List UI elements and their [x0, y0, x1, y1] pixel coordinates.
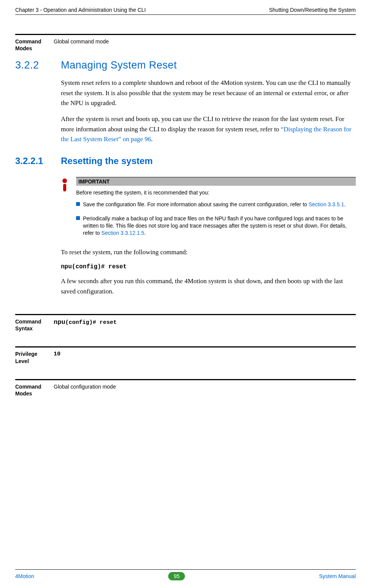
para2-text-b: . [151, 135, 153, 143]
section-number: 3.2.2 [15, 59, 61, 71]
command-modes-block-bottom: Command Modes Global configuration mode [15, 379, 356, 397]
page-header: Chapter 3 - Operation and Administration… [15, 7, 356, 15]
cmd-syntax-npu: npu [54, 319, 65, 326]
link-section-331215[interactable]: Section 3.3.12.1.5 [101, 230, 144, 236]
svg-point-0 [62, 178, 67, 183]
important-bullet-2: Periodically make a backup of log and tr… [76, 215, 356, 237]
cmd-value-modes-bottom: Global configuration mode [54, 380, 356, 397]
header-right: Shutting Down/Resetting the System [269, 7, 356, 13]
cmd-value-syntax: npu(config)# reset [54, 315, 356, 332]
bullet-square-icon [76, 216, 80, 220]
important-header: IMPORTANT [76, 177, 356, 186]
subsection-title: Resetting the system [61, 156, 356, 166]
page-number-badge: 95 [168, 572, 185, 580]
section-heading: 3.2.2 Managing System Reset [15, 59, 356, 71]
subsection-number: 3.2.2.1 [15, 156, 61, 166]
reset-command: npu(config)# reset [61, 263, 356, 270]
section-para-1: System reset refers to a complete shutdo… [61, 78, 356, 108]
cmd-syntax-rest: (config)# reset [65, 319, 117, 326]
command-modes-block-top: Command Modes Global command mode [15, 34, 356, 52]
subsection-heading: 3.2.2.1 Resetting the system [15, 156, 356, 166]
footer-left: 4Motion [15, 573, 34, 579]
important-intro: Before resetting the system, it is recom… [76, 186, 356, 201]
cmd-label-modes-bottom: Command Modes [15, 380, 54, 397]
important-block: IMPORTANT Before resetting the system, i… [61, 177, 356, 244]
section-title: Managing System Reset [61, 59, 356, 71]
cmd-label-modes-top: Command Modes [15, 35, 54, 52]
privilege-level-block: Privilege Level 10 [15, 346, 356, 364]
important-bullet-1: Save the configuration file. For more in… [76, 201, 356, 208]
page-footer: 4Motion 95 System Manual [15, 569, 356, 588]
footer-right: System Manual [319, 573, 356, 579]
important-icon [61, 177, 76, 244]
cmd-value-priv: 10 [54, 347, 356, 364]
header-left: Chapter 3 - Operation and Administration… [15, 7, 146, 13]
bullet1-text-b: . [344, 201, 346, 207]
svg-rect-1 [63, 184, 66, 191]
bullet-square-icon [76, 202, 80, 206]
cmd-label-priv: Privilege Level [15, 347, 54, 364]
link-section-3351[interactable]: Section 3.3.5.1 [309, 201, 344, 207]
cmd-label-syntax: Command Syntax [15, 315, 54, 332]
reset-instruction: To reset the system, run the following c… [61, 247, 356, 257]
command-syntax-block: Command Syntax npu(config)# reset [15, 314, 356, 332]
section-para-2: After the system is reset and boots up, … [61, 114, 356, 144]
cmd-value-modes-top: Global command mode [54, 35, 356, 52]
bullet2-text-b: . [144, 230, 146, 236]
reset-result: A few seconds after you run this command… [61, 276, 356, 296]
bullet1-text-a: Save the configuration file. For more in… [83, 201, 309, 207]
